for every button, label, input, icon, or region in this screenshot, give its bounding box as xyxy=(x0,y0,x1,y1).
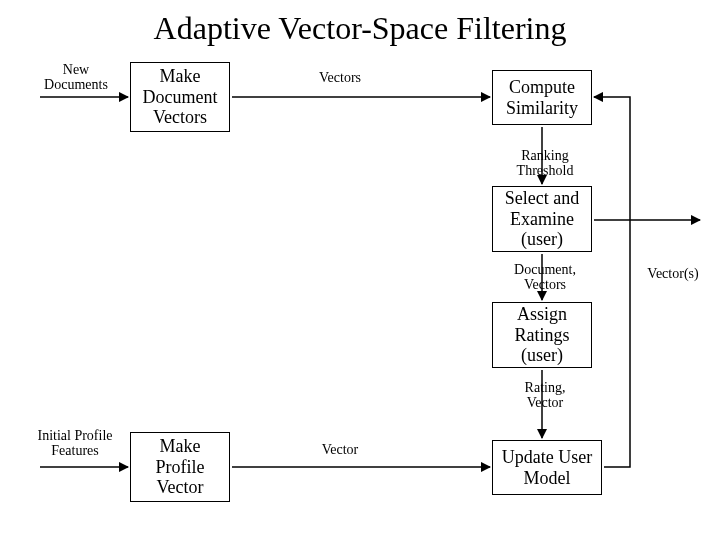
edge-label-ranking-threshold: Ranking Threshold xyxy=(505,148,585,179)
label-initial-profile-features: Initial Profile Features xyxy=(20,428,130,459)
node-assign-ratings: Assign Ratings (user) xyxy=(492,302,592,368)
node-make-document-vectors: Make Document Vectors xyxy=(130,62,230,132)
node-update-user-model: Update User Model xyxy=(492,440,602,495)
node-compute-similarity: Compute Similarity xyxy=(492,70,592,125)
edge-label-document-vectors: Document, Vectors xyxy=(505,262,585,293)
edge-label-vectors-out: Vector(s) xyxy=(638,266,708,281)
node-select-examine: Select and Examine (user) xyxy=(492,186,592,252)
label-new-documents: New Documents xyxy=(36,62,116,93)
node-make-profile-vector: Make Profile Vector xyxy=(130,432,230,502)
diagram-title: Adaptive Vector-Space Filtering xyxy=(0,10,720,47)
edge-label-vector: Vector xyxy=(300,442,380,457)
edge-label-rating-vector: Rating, Vector xyxy=(505,380,585,411)
edge-label-vectors: Vectors xyxy=(300,70,380,85)
